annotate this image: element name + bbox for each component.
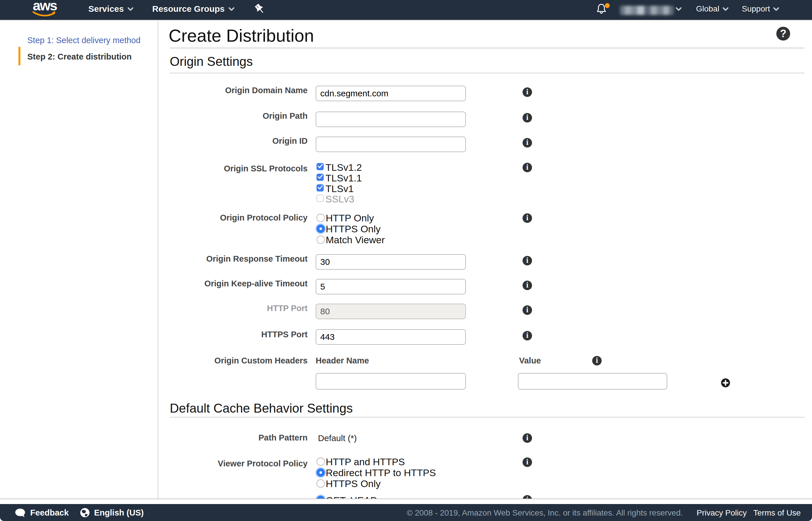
svg-text:aws: aws bbox=[33, 1, 57, 13]
